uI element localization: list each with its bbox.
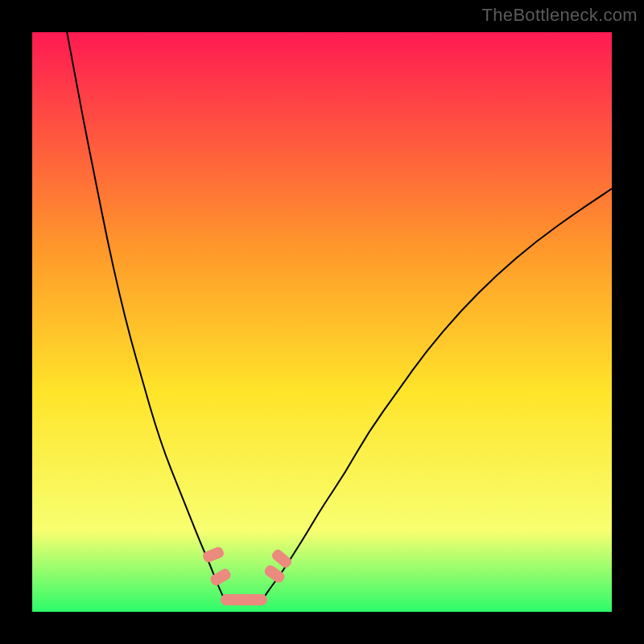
curve-left-branch — [67, 32, 223, 597]
outer-frame: TheBottleneck.com — [0, 0, 644, 644]
optimal-zone-bar — [221, 594, 267, 605]
bottleneck-curve — [32, 32, 612, 612]
watermark-text: TheBottleneck.com — [482, 5, 638, 26]
plot-area — [32, 32, 612, 612]
curve-right-branch — [264, 188, 612, 597]
